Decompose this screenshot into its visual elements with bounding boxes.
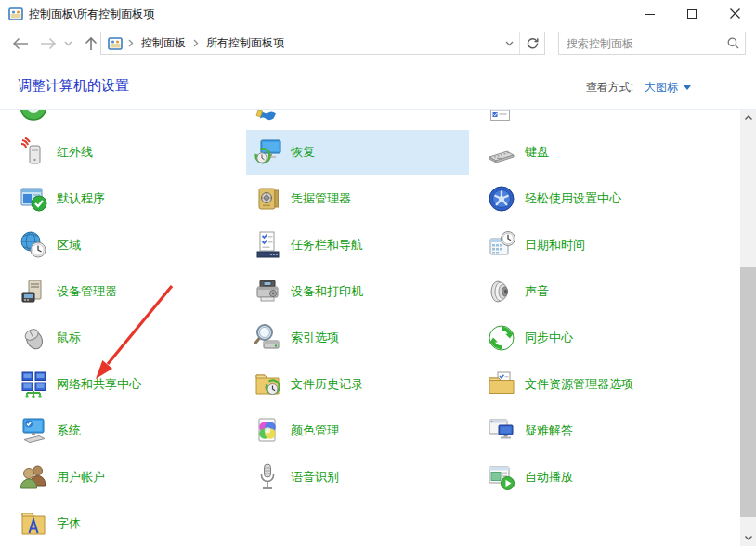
control-panel-icon: [8, 6, 23, 21]
chevron-down-icon: [505, 41, 514, 46]
item-label: 设备和打印机: [291, 283, 363, 300]
item-label: 日期和时间: [525, 237, 585, 254]
date-time-icon: [487, 230, 516, 260]
item-sync-center[interactable]: 同步中心: [480, 316, 703, 360]
back-button[interactable]: [9, 32, 32, 55]
item-label: 轻松使用设置中心: [525, 190, 621, 207]
item-label: 声音: [525, 283, 549, 300]
scroll-up-button[interactable]: [740, 110, 756, 125]
item-network-sharing[interactable]: 网络和共享中心: [12, 362, 235, 407]
scrollbar-thumb[interactable]: [740, 266, 756, 517]
refresh-icon: [527, 37, 539, 49]
item-label: 文件资源管理器选项: [525, 376, 633, 393]
item-ease-of-access[interactable]: 轻松使用设置中心: [480, 176, 703, 221]
search-input[interactable]: [559, 37, 721, 50]
item-label: 索引选项: [291, 330, 339, 346]
infrared-icon: [19, 137, 48, 167]
control-panel-icon: [108, 36, 123, 51]
item-speech-recognition[interactable]: 语音识别: [246, 455, 469, 500]
item-color-management[interactable]: 颜色管理: [246, 409, 469, 453]
control-panel-window: 控制面板\所有控制面板项 控制面板: [0, 0, 756, 546]
recovery-icon: [253, 137, 282, 167]
ease-of-access-icon: [487, 184, 516, 214]
chevron-down-icon: [64, 41, 72, 46]
item-label: 默认程序: [57, 190, 105, 207]
page-title: 调整计算机的设置: [18, 77, 129, 95]
partial-flag-icon[interactable]: [253, 110, 282, 123]
header-band: 调整计算机的设置 查看方式: 大图标: [0, 58, 756, 110]
maximize-icon: [687, 9, 697, 19]
item-user-accounts[interactable]: 用户帐户: [12, 455, 235, 500]
item-infrared[interactable]: 红外线: [12, 130, 235, 175]
view-by-dropdown[interactable]: 大图标: [645, 80, 678, 96]
keyboard-icon: [487, 137, 516, 167]
item-label: 红外线: [57, 144, 93, 161]
forward-arrow-icon: [40, 37, 57, 50]
item-label: 区域: [57, 237, 81, 254]
item-credential-manager[interactable]: 凭据管理器: [246, 176, 469, 221]
network-sharing-icon: [19, 370, 48, 399]
item-devices-printers[interactable]: 设备和打印机: [246, 269, 469, 314]
chevron-right-icon: [128, 39, 134, 47]
item-explorer-options[interactable]: 文件资源管理器选项: [480, 362, 703, 407]
item-default-programs[interactable]: 默认程序: [12, 176, 235, 221]
recent-pages-dropdown[interactable]: [61, 32, 74, 55]
item-file-history[interactable]: 文件历史记录: [246, 362, 469, 407]
address-bar[interactable]: 控制面板 所有控制面板项: [100, 32, 545, 55]
color-management-icon: [253, 416, 282, 446]
breadcrumb-all-items[interactable]: 所有控制面板项: [206, 35, 284, 51]
item-taskbar-navigation[interactable]: 任务栏和导航: [246, 223, 469, 267]
vertical-scrollbar[interactable]: [740, 110, 756, 546]
scroll-down-button[interactable]: [740, 530, 756, 546]
maximize-button[interactable]: [671, 0, 713, 28]
search-box: [558, 32, 746, 55]
close-icon: [730, 6, 740, 22]
item-label: 设备管理器: [57, 283, 117, 300]
forward-button[interactable]: [37, 32, 59, 55]
devices-printers-icon: [253, 277, 282, 306]
refresh-button[interactable]: [520, 32, 544, 54]
item-region[interactable]: 区域: [12, 223, 235, 267]
speech-recognition-icon: [253, 462, 282, 492]
fonts-icon: [19, 509, 48, 539]
item-label: 凭据管理器: [291, 190, 351, 207]
item-date-time[interactable]: 日期和时间: [480, 223, 703, 267]
region-icon: [19, 230, 48, 260]
item-fonts[interactable]: 字体: [12, 501, 235, 546]
item-label: 鼠标: [57, 330, 81, 346]
breadcrumb-control-panel[interactable]: 控制面板: [141, 35, 186, 51]
close-button[interactable]: [713, 0, 756, 28]
item-label: 自动播放: [525, 469, 573, 486]
view-by-label: 查看方式:: [586, 80, 633, 96]
item-mouse[interactable]: 鼠标: [12, 316, 235, 360]
item-keyboard[interactable]: 键盘: [480, 130, 703, 175]
item-troubleshooting[interactable]: 疑难解答: [480, 409, 703, 453]
device-manager-icon: [19, 277, 48, 306]
minimize-button[interactable]: [628, 0, 671, 28]
item-sound[interactable]: 声音: [480, 269, 703, 314]
address-dropdown-button[interactable]: [499, 32, 519, 54]
autoplay-icon: [487, 462, 516, 492]
search-icon[interactable]: [721, 37, 745, 49]
item-system[interactable]: 系统: [12, 409, 235, 453]
item-indexing-options[interactable]: 索引选项: [246, 316, 469, 360]
item-autoplay[interactable]: 自动播放: [480, 455, 703, 500]
item-label: 同步中心: [525, 330, 573, 346]
item-label: 语音识别: [291, 469, 339, 486]
partial-green-circle-icon[interactable]: [19, 110, 48, 123]
partial-checklist-icon[interactable]: [487, 110, 516, 123]
up-button[interactable]: [80, 32, 102, 55]
file-history-icon: [253, 370, 282, 399]
default-programs-icon: [19, 184, 48, 214]
up-arrow-icon: [85, 36, 98, 51]
item-label: 颜色管理: [291, 422, 339, 439]
item-device-manager[interactable]: 设备管理器: [12, 269, 235, 314]
indexing-options-icon: [253, 323, 282, 353]
item-label: 网络和共享中心: [57, 376, 141, 393]
item-recovery[interactable]: 恢复: [246, 130, 469, 175]
mouse-icon: [19, 323, 48, 353]
item-label: 键盘: [525, 144, 549, 161]
window-title: 控制面板\所有控制面板项: [29, 6, 154, 22]
scroll-down-icon: [745, 536, 752, 540]
item-label: 任务栏和导航: [291, 237, 363, 254]
